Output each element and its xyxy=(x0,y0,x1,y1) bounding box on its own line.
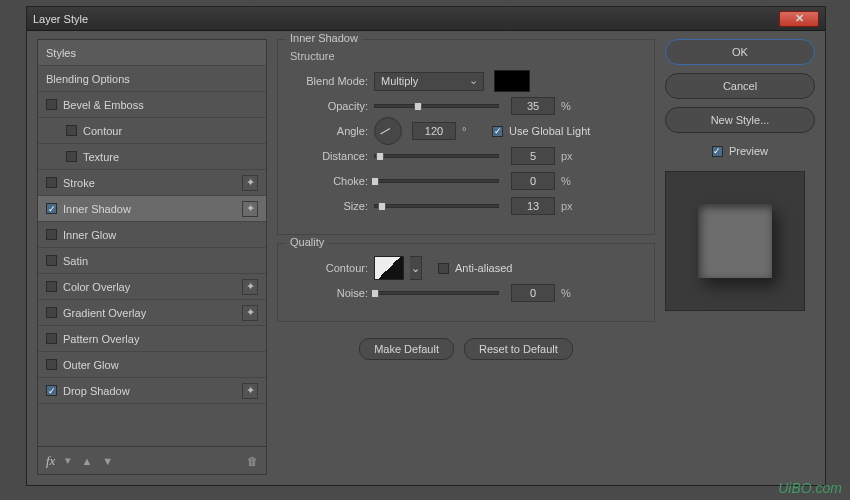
choke-unit: % xyxy=(561,175,579,187)
size-row: Size: 13 px xyxy=(290,195,642,217)
style-checkbox[interactable] xyxy=(66,125,77,136)
anti-aliased-checkbox[interactable] xyxy=(438,263,449,274)
menu-caret-icon[interactable]: ▾ xyxy=(65,454,71,467)
shadow-color-swatch[interactable] xyxy=(494,70,530,92)
style-row-pattern-overlay[interactable]: Pattern Overlay xyxy=(38,326,266,352)
dialog-body: Styles Blending OptionsBevel & EmbossCon… xyxy=(27,31,825,485)
style-label: Outer Glow xyxy=(63,359,258,371)
styles-panel: Styles Blending OptionsBevel & EmbossCon… xyxy=(37,39,267,475)
style-row-blending-options[interactable]: Blending Options xyxy=(38,66,266,92)
choke-row: Choke: 0 % xyxy=(290,170,642,192)
add-effect-icon[interactable]: ✦ xyxy=(242,175,258,191)
structure-sublegend: Structure xyxy=(290,50,642,62)
opacity-label: Opacity: xyxy=(290,100,368,112)
style-row-contour[interactable]: Contour xyxy=(38,118,266,144)
style-row-outer-glow[interactable]: Outer Glow xyxy=(38,352,266,378)
style-row-bevel-emboss[interactable]: Bevel & Emboss xyxy=(38,92,266,118)
style-row-inner-glow[interactable]: Inner Glow xyxy=(38,222,266,248)
add-effect-icon[interactable]: ✦ xyxy=(242,305,258,321)
noise-row: Noise: 0 % xyxy=(290,282,642,304)
cancel-button[interactable]: Cancel xyxy=(665,73,815,99)
size-input[interactable]: 13 xyxy=(511,197,555,215)
style-row-stroke[interactable]: Stroke✦ xyxy=(38,170,266,196)
fx-icon[interactable]: fx xyxy=(46,453,55,469)
close-button[interactable]: ✕ xyxy=(779,11,819,27)
ok-button[interactable]: OK xyxy=(665,39,815,65)
noise-input[interactable]: 0 xyxy=(511,284,555,302)
quality-group: Quality Contour: ⌄ Anti-aliased Noise: 0… xyxy=(277,243,655,322)
noise-label: Noise: xyxy=(290,287,368,299)
distance-slider[interactable] xyxy=(374,154,499,158)
style-label: Stroke xyxy=(63,177,236,189)
layer-style-dialog: Layer Style ✕ Styles Blending OptionsBev… xyxy=(26,6,826,486)
noise-slider[interactable] xyxy=(374,291,499,295)
structure-legend: Inner Shadow xyxy=(286,32,362,44)
new-style-button[interactable]: New Style... xyxy=(665,107,815,133)
blend-mode-row: Blend Mode: Multiply xyxy=(290,70,642,92)
style-checkbox[interactable] xyxy=(46,229,57,240)
choke-slider[interactable] xyxy=(374,179,499,183)
reset-default-button[interactable]: Reset to Default xyxy=(464,338,573,360)
contour-row: Contour: ⌄ Anti-aliased xyxy=(290,257,642,279)
add-effect-icon[interactable]: ✦ xyxy=(242,201,258,217)
style-row-gradient-overlay[interactable]: Gradient Overlay✦ xyxy=(38,300,266,326)
style-label: Blending Options xyxy=(46,73,258,85)
angle-dial[interactable] xyxy=(374,117,402,145)
style-row-satin[interactable]: Satin xyxy=(38,248,266,274)
close-icon: ✕ xyxy=(795,12,804,25)
styles-header[interactable]: Styles xyxy=(38,40,266,66)
choke-input[interactable]: 0 xyxy=(511,172,555,190)
style-checkbox[interactable] xyxy=(46,281,57,292)
style-row-drop-shadow[interactable]: Drop Shadow✦ xyxy=(38,378,266,404)
move-down-icon[interactable]: ▼ xyxy=(102,455,113,467)
style-label: Bevel & Emboss xyxy=(63,99,258,111)
style-checkbox[interactable] xyxy=(46,359,57,370)
action-panel: OK Cancel New Style... Preview xyxy=(665,39,815,475)
size-label: Size: xyxy=(290,200,368,212)
size-unit: px xyxy=(561,200,579,212)
preview-checkbox[interactable] xyxy=(712,146,723,157)
style-checkbox[interactable] xyxy=(46,255,57,266)
opacity-slider[interactable] xyxy=(374,104,499,108)
angle-row: Angle: 120 ° Use Global Light xyxy=(290,120,642,142)
style-row-color-overlay[interactable]: Color Overlay✦ xyxy=(38,274,266,300)
contour-caret-icon[interactable]: ⌄ xyxy=(410,256,422,280)
size-slider[interactable] xyxy=(374,204,499,208)
add-effect-icon[interactable]: ✦ xyxy=(242,279,258,295)
style-checkbox[interactable] xyxy=(46,307,57,318)
style-row-texture[interactable]: Texture xyxy=(38,144,266,170)
style-label: Satin xyxy=(63,255,258,267)
style-label: Color Overlay xyxy=(63,281,236,293)
style-checkbox[interactable] xyxy=(66,151,77,162)
blend-mode-select[interactable]: Multiply xyxy=(374,72,484,91)
styles-list: Styles Blending OptionsBevel & EmbossCon… xyxy=(37,39,267,447)
make-default-button[interactable]: Make Default xyxy=(359,338,454,360)
angle-unit: ° xyxy=(462,125,480,137)
style-checkbox[interactable] xyxy=(46,99,57,110)
opacity-row: Opacity: 35 % xyxy=(290,95,642,117)
style-label: Texture xyxy=(83,151,258,163)
style-label: Inner Shadow xyxy=(63,203,236,215)
distance-unit: px xyxy=(561,150,579,162)
style-row-inner-shadow[interactable]: Inner Shadow✦ xyxy=(38,196,266,222)
choke-label: Choke: xyxy=(290,175,368,187)
move-up-icon[interactable]: ▲ xyxy=(81,455,92,467)
preview-swatch xyxy=(698,204,772,278)
watermark: UiBO.com xyxy=(778,480,842,496)
trash-icon[interactable]: 🗑 xyxy=(247,455,258,467)
style-checkbox[interactable] xyxy=(46,177,57,188)
style-checkbox[interactable] xyxy=(46,203,57,214)
style-checkbox[interactable] xyxy=(46,385,57,396)
contour-picker[interactable] xyxy=(374,256,404,280)
anti-aliased-label: Anti-aliased xyxy=(455,262,512,274)
global-light-checkbox[interactable] xyxy=(492,126,503,137)
opacity-input[interactable]: 35 xyxy=(511,97,555,115)
distance-input[interactable]: 5 xyxy=(511,147,555,165)
angle-input[interactable]: 120 xyxy=(412,122,456,140)
style-label: Contour xyxy=(83,125,258,137)
styles-header-label: Styles xyxy=(46,47,258,59)
add-effect-icon[interactable]: ✦ xyxy=(242,383,258,399)
distance-label: Distance: xyxy=(290,150,368,162)
titlebar[interactable]: Layer Style ✕ xyxy=(27,7,825,31)
style-checkbox[interactable] xyxy=(46,333,57,344)
